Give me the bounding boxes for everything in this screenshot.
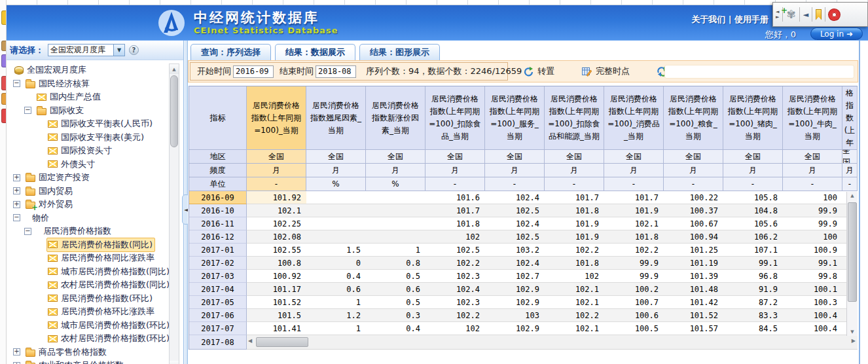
tree-item[interactable]: 居民消费价格同比涨跌率 (7, 251, 183, 265)
scroll-right-icon[interactable]: ▶ (852, 338, 856, 344)
scroll-up-icon[interactable]: ▲ (847, 193, 858, 198)
row-date-cell[interactable]: 2017-03 (189, 270, 247, 283)
row-date-cell[interactable]: 2016-09 (189, 191, 247, 204)
tree-item[interactable]: 居民消费价格指数(同比) (7, 238, 183, 252)
tree-expander-minus[interactable]: − (13, 80, 20, 87)
tree-item[interactable]: 农村居民消费价格指数(同比) (7, 278, 183, 292)
bookmark-add-icon[interactable] (816, 9, 822, 20)
tree-node[interactable]: 农业和农产品价格指数 (24, 358, 126, 364)
tree-item[interactable]: 国内生产总值 (7, 90, 183, 104)
column-header[interactable]: 居民消费价格指数(上年同期=100)_消费品_当期 (604, 86, 664, 150)
column-header[interactable]: 居民消费价格指数(上年同期=100)_猪肉_当期 (723, 86, 783, 150)
tree-node[interactable]: 对外贸易 (24, 197, 75, 211)
database-select[interactable]: 全国宏观月度库 ▼ (48, 44, 125, 56)
tree-node[interactable]: 国际投资头寸 (46, 143, 115, 158)
tree-node[interactable]: 国民经济核算 (24, 77, 92, 91)
table-vscroll-thumb[interactable] (848, 202, 857, 302)
tree-expander-plus[interactable]: + (13, 187, 20, 194)
tree-node[interactable]: 农村居民消费价格指数(同比) (46, 278, 172, 292)
tree-node[interactable]: 国际收支 (35, 103, 86, 118)
column-header[interactable]: 居民消费价格指数(上年同期=100)_服务_当期 (485, 86, 545, 150)
chevron-down-icon[interactable]: ▼ (113, 45, 124, 56)
login-button[interactable]: Log in ➜ (810, 27, 863, 40)
tree-item[interactable]: −物价 (7, 211, 183, 225)
column-header[interactable]: 居民消费价格指数(上年同期=100)_粮食_当期 (664, 86, 723, 150)
tree-node[interactable]: 居民消费价格同比涨跌率 (46, 251, 157, 265)
back-triangle-icon[interactable]: ◄ (803, 10, 808, 19)
table-hscroll-thumb[interactable] (256, 337, 308, 347)
row-date-cell[interactable]: 2017-08 (189, 335, 247, 350)
tree-node[interactable]: 居民消费价格指数(环比) (46, 291, 155, 306)
start-time-input[interactable] (233, 65, 274, 78)
tree-expander-minus[interactable]: − (24, 107, 31, 114)
tree-node[interactable]: 国际收支平衡表(人民币) (46, 117, 155, 131)
tab-result-chart-view[interactable]: 结果：图形展示 (359, 44, 440, 60)
tree-item[interactable]: −国际收支 (7, 104, 183, 118)
help-lifering-icon[interactable] (829, 9, 840, 20)
tree-item[interactable]: +国内贸易 (7, 185, 183, 198)
end-time-input[interactable] (316, 65, 356, 78)
transpose-button[interactable]: 转置 (520, 65, 558, 78)
tree-item[interactable]: 居民消费价格指数(环比) (7, 292, 183, 306)
tree-node[interactable]: 物价 (24, 211, 52, 225)
tree-item[interactable]: 农村居民消费价格指数(环比) (7, 332, 183, 346)
tree-node[interactable]: 外债头寸 (46, 157, 98, 172)
help-icon[interactable]: ? (129, 45, 139, 55)
row-date-cell[interactable]: 2017-01 (189, 244, 247, 257)
tree-node[interactable]: 商品零售价格指数 (24, 345, 109, 359)
tree-node-selected[interactable]: 居民消费价格指数(同比) (46, 238, 155, 252)
tree-node[interactable]: 城市居民消费价格指数(环比) (46, 318, 172, 333)
table-horizontal-scrollbar[interactable]: ◀▶ (247, 335, 858, 350)
tree-node[interactable]: 国内生产总值 (35, 90, 103, 104)
tree-item[interactable]: 全国宏观月度库 (7, 64, 183, 77)
column-header[interactable]: 居民消费价格指数翘尾因素_当期 (306, 86, 366, 150)
tree-item[interactable]: +商品零售价格指数 (7, 346, 183, 359)
scroll-left-icon[interactable]: ◀ (248, 338, 252, 344)
tree-item[interactable]: 外债头寸 (7, 158, 183, 172)
tree-scroll-thumb[interactable] (170, 75, 178, 147)
column-header[interactable]: 居民消费价格指数(上年同期=100)_扣除食品_当期 (425, 86, 485, 150)
tree-node[interactable]: 国内贸易 (24, 184, 75, 198)
column-header[interactable]: 居民消费价格指数(上年同期=100)_扣除食品和能源_当期 (545, 86, 604, 150)
row-date-cell[interactable]: 2017-04 (189, 283, 247, 296)
tree-scrollbar[interactable]: ▲ ▼ (169, 64, 179, 364)
tree-expander-minus[interactable]: − (13, 214, 20, 221)
tree-expander-minus[interactable]: − (24, 228, 31, 235)
row-date-cell[interactable]: 2016-12 (189, 230, 247, 244)
tree-item[interactable]: 国际收支平衡表(美元) (7, 131, 183, 145)
tree-expander-plus[interactable]: + (13, 201, 20, 208)
panel-splitter[interactable]: ◄ (183, 41, 188, 364)
nav-arrows-icon[interactable]: ◄► (776, 10, 779, 20)
scroll-down-icon[interactable]: ▼ (170, 361, 179, 364)
column-header-selected[interactable]: 居民消费价格指数(上年同期=100)_当期 (247, 86, 306, 150)
scroll-up-icon[interactable]: ▲ (170, 64, 179, 74)
tree-node[interactable]: 全国宏观月度库 (13, 63, 89, 77)
complete-timepoint-button[interactable]: 完整时点 (578, 65, 634, 78)
row-date-cell[interactable]: 2016-10 (189, 204, 247, 217)
tree-node[interactable]: 国际收支平衡表(美元) (46, 130, 147, 145)
row-date-cell[interactable]: 2017-07 (189, 322, 247, 335)
tree-item[interactable]: −居民消费价格指数 (7, 225, 183, 238)
table-vertical-scrollbar[interactable]: ▲ ▼ (846, 192, 858, 336)
tree-item[interactable]: 国际投资头寸 (7, 144, 183, 158)
column-header[interactable]: 居民消费价格指数(上年同期=100) (842, 86, 858, 150)
extension-flower-icon[interactable]: ✾ (786, 9, 795, 20)
tree-item[interactable]: +固定资产投资 (7, 171, 183, 185)
row-date-cell[interactable]: 2017-02 (189, 257, 247, 270)
tree-item[interactable]: +农业和农产品价格指数 (7, 359, 183, 364)
tree-item[interactable]: −国民经济核算 (7, 77, 183, 91)
tree-node[interactable]: 城市居民消费价格指数(同比) (46, 264, 172, 279)
tree-node[interactable]: 固定资产投资 (24, 170, 92, 185)
tree-item[interactable]: 居民消费价格环比涨跌率 (7, 305, 183, 319)
row-date-cell[interactable]: 2016-11 (189, 217, 247, 230)
row-date-cell[interactable]: 2017-05 (189, 296, 247, 309)
column-header[interactable]: 居民消费价格指数(上年同期=100)_牛肉_当期 (783, 86, 842, 150)
tree-expander-plus[interactable]: + (13, 348, 20, 355)
scroll-down-icon[interactable]: ▼ (847, 329, 858, 335)
tab-query-series-select[interactable]: 查询：序列选择 (190, 44, 271, 60)
tree-item[interactable]: +对外贸易 (7, 198, 183, 211)
tree-node[interactable]: 农村居民消费价格指数(环比) (46, 331, 172, 346)
tree-node[interactable]: 居民消费价格环比涨跌率 (46, 304, 157, 319)
tree-item[interactable]: 城市居民消费价格指数(环比) (7, 319, 183, 333)
tree-expander-plus[interactable]: + (13, 174, 20, 181)
